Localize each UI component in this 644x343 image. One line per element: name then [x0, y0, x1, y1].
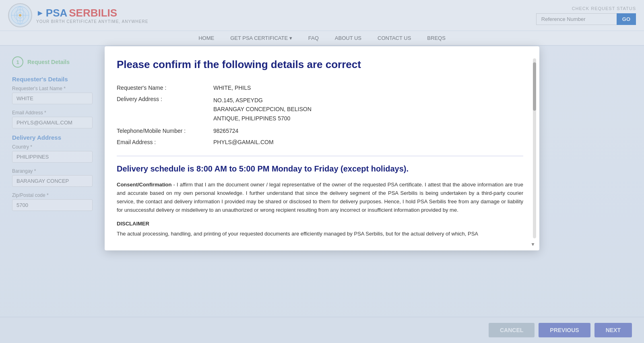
table-row-email: Email Address : PHYLS@GAMAIL.COM: [117, 136, 523, 148]
table-row-name: Requester's Name : WHITE, PHILS: [117, 82, 523, 93]
delivery-address-value: NO.145, ASPEYDG BARANGAY CONCEPCION, BEL…: [213, 93, 523, 125]
divider: [117, 156, 523, 156]
modal-overlay: Please confirm if the following details …: [0, 0, 644, 343]
address-line2: BARANGAY CONCEPCION, BELISON: [213, 105, 523, 114]
consent-bold-label: Consent/Confirmation: [117, 182, 172, 188]
scrollbar-thumb[interactable]: [533, 62, 536, 111]
modal-scrollbar[interactable]: [533, 58, 536, 238]
scroll-down-icon[interactable]: ▼: [530, 242, 535, 247]
requester-name-value: WHITE, PHILS: [213, 82, 523, 93]
consent-text: Consent/Confirmation - I affirm that I a…: [117, 181, 523, 214]
modal-title: Please confirm if the following details …: [117, 58, 523, 71]
detail-table: Requester's Name : WHITE, PHILS Delivery…: [117, 82, 523, 148]
telephone-label: Telephone/Mobile Number :: [117, 125, 213, 136]
modal-email-value: PHYLS@GAMAIL.COM: [213, 136, 523, 148]
modal-email-label: Email Address :: [117, 136, 213, 148]
delivery-schedule: Delivery schedule is 8:00 AM to 5:00 PM …: [117, 164, 523, 174]
address-line3: ANTIQUE, PHILIPPINES 5700: [213, 114, 523, 123]
disclaimer-heading: DISCLAIMER: [117, 221, 523, 227]
confirmation-modal: Please confirm if the following details …: [105, 46, 539, 250]
modal-content: Please confirm if the following details …: [105, 46, 539, 250]
requester-name-label: Requester's Name :: [117, 82, 213, 93]
telephone-value: 98265724: [213, 125, 523, 136]
consent-body: - I affirm that I am the document owner …: [117, 182, 523, 213]
table-row-address: Delivery Address : NO.145, ASPEYDG BARAN…: [117, 93, 523, 125]
address-line1: NO.145, ASPEYDG: [213, 96, 523, 105]
disclaimer-text: The actual processing, handling, and pri…: [117, 230, 523, 238]
table-row-phone: Telephone/Mobile Number : 98265724: [117, 125, 523, 136]
delivery-address-label: Delivery Address :: [117, 93, 213, 125]
